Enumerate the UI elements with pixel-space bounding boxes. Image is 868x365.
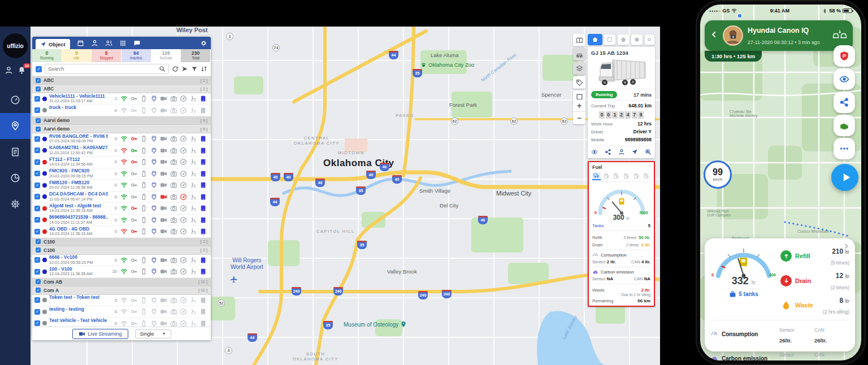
video-icon[interactable] bbox=[160, 181, 167, 189]
sidebar-item-dashboard[interactable] bbox=[0, 87, 31, 113]
ignition-key-icon[interactable] bbox=[131, 268, 138, 275]
video-icon[interactable] bbox=[160, 205, 167, 212]
connector-icon[interactable] bbox=[150, 147, 158, 154]
vehicle-row[interactable]: Test Vehicle - Test Vehicle- 0 bbox=[32, 318, 211, 327]
battery-icon[interactable] bbox=[140, 107, 147, 114]
grid-tab-icon[interactable] bbox=[119, 40, 127, 47]
battery-icon[interactable] bbox=[140, 308, 147, 315]
vehicle-row[interactable]: Token test - Token test- 0 bbox=[32, 295, 211, 307]
vehicle-row[interactable]: FMC920 - FMC92020-02-2024 06:06:15 PM 0 bbox=[32, 168, 211, 180]
send-icon[interactable] bbox=[181, 66, 188, 72]
tablet-icon[interactable] bbox=[199, 257, 207, 264]
ignition-key-icon[interactable] bbox=[131, 308, 138, 315]
video-icon[interactable] bbox=[160, 193, 167, 201]
connector-icon[interactable] bbox=[150, 320, 158, 327]
ignition-key-icon[interactable] bbox=[131, 147, 138, 154]
vehicle-checkbox[interactable] bbox=[34, 182, 40, 188]
speedometer-icon[interactable] bbox=[180, 308, 187, 315]
vehicle-checkbox[interactable] bbox=[34, 320, 40, 326]
refresh-icon[interactable] bbox=[172, 66, 179, 72]
video-icon[interactable] bbox=[160, 268, 167, 275]
camera-icon[interactable] bbox=[170, 297, 177, 304]
label-button[interactable] bbox=[573, 76, 585, 89]
vehicle-row[interactable]: FMB120 - FMB12020-02-2024 11:35:58 AM 0 bbox=[32, 180, 211, 192]
camera-icon[interactable] bbox=[170, 95, 177, 102]
passenger-tab-icon[interactable] bbox=[105, 40, 112, 47]
vehicle-row[interactable]: FT112 - FT11214-03-2024 11:34:56 AM 0 bbox=[32, 157, 211, 168]
tablet-icon[interactable] bbox=[199, 170, 207, 177]
battery-icon[interactable] bbox=[140, 95, 147, 102]
tablet-icon[interactable] bbox=[199, 95, 207, 102]
camera-icon[interactable] bbox=[170, 228, 177, 235]
connector-icon[interactable] bbox=[150, 135, 158, 142]
battery-icon[interactable] bbox=[140, 170, 147, 177]
collision-icon[interactable] bbox=[832, 29, 847, 42]
driver-tab-icon[interactable] bbox=[91, 40, 98, 47]
status-chip-total[interactable]: 230Total bbox=[181, 49, 211, 62]
tablet-icon[interactable] bbox=[199, 228, 207, 235]
connector-icon[interactable] bbox=[150, 257, 158, 264]
battery-icon[interactable] bbox=[140, 297, 147, 304]
mode-select[interactable]: Single▼ bbox=[135, 329, 171, 338]
wifi-icon[interactable] bbox=[120, 181, 128, 189]
speedometer-icon[interactable] bbox=[180, 170, 187, 177]
wifi-icon[interactable] bbox=[120, 308, 128, 315]
seat-icon[interactable] bbox=[190, 216, 197, 224]
seat-icon[interactable] bbox=[190, 147, 197, 154]
fuel-bottom-sheet[interactable]: 0400 332 ltr 5 tanks Refill 210 ltr(5 ti… bbox=[705, 238, 855, 351]
visibility-button[interactable] bbox=[834, 68, 855, 90]
camera-icon[interactable] bbox=[170, 147, 177, 154]
battery-icon[interactable] bbox=[140, 257, 147, 264]
tablet-icon[interactable] bbox=[199, 297, 207, 304]
vehicle-row[interactable]: 6666 - Vc10012-01-2024 05:56:23 PM 0 bbox=[32, 255, 211, 267]
group-checkbox[interactable] bbox=[36, 86, 41, 92]
seat-icon[interactable] bbox=[190, 205, 197, 212]
video-icon[interactable] bbox=[160, 216, 167, 224]
ignition-key-icon[interactable] bbox=[131, 135, 138, 142]
ignition-key-icon[interactable] bbox=[131, 170, 138, 177]
sidebar-item-tracking[interactable] bbox=[0, 113, 31, 139]
group-row[interactable]: Com AB [ 11 ] bbox=[32, 278, 211, 286]
speedometer-icon[interactable] bbox=[180, 181, 187, 189]
camera-icon[interactable] bbox=[170, 158, 177, 166]
camera-icon[interactable] bbox=[170, 205, 177, 212]
speedometer-icon[interactable] bbox=[180, 95, 187, 102]
tablet-icon[interactable] bbox=[199, 216, 207, 224]
speedometer-icon[interactable] bbox=[180, 193, 187, 201]
camera-icon[interactable] bbox=[170, 193, 177, 201]
speedometer-icon[interactable] bbox=[180, 107, 187, 114]
vehicle-checkbox[interactable] bbox=[34, 136, 40, 142]
detail-tab-circle[interactable] bbox=[631, 34, 643, 45]
connector-icon[interactable] bbox=[150, 158, 158, 166]
sidebar-item-analytics[interactable] bbox=[0, 165, 31, 191]
search-input[interactable] bbox=[48, 66, 157, 72]
vehicle-row[interactable]: testing - testing- 0 bbox=[32, 306, 211, 318]
engine-button[interactable] bbox=[834, 115, 855, 136]
ignition-key-icon[interactable] bbox=[131, 107, 138, 114]
camera-icon[interactable] bbox=[170, 268, 177, 275]
sidebar-item-reports[interactable] bbox=[0, 139, 31, 165]
fuel-tab-vehicle[interactable] bbox=[592, 172, 601, 180]
driver-icon[interactable] bbox=[618, 149, 625, 155]
ignition-key-icon[interactable] bbox=[131, 320, 138, 327]
wifi-icon[interactable] bbox=[120, 297, 128, 304]
tablet-icon[interactable] bbox=[199, 181, 207, 189]
wifi-icon[interactable] bbox=[120, 216, 128, 224]
group-checkbox[interactable] bbox=[36, 127, 41, 132]
wifi-icon[interactable] bbox=[120, 320, 128, 327]
status-chip-running[interactable]: 0Running bbox=[32, 49, 62, 62]
video-icon[interactable] bbox=[160, 95, 167, 102]
ignition-key-icon[interactable] bbox=[131, 193, 138, 201]
vehicle-checkbox[interactable] bbox=[34, 159, 40, 165]
vehicle-checkbox[interactable] bbox=[34, 206, 40, 211]
connector-icon[interactable] bbox=[150, 268, 158, 275]
layers-button[interactable] bbox=[573, 62, 585, 75]
wifi-icon[interactable] bbox=[120, 95, 128, 102]
wifi-icon[interactable] bbox=[120, 158, 128, 166]
video-icon[interactable] bbox=[160, 228, 167, 235]
ignition-key-icon[interactable] bbox=[131, 216, 138, 224]
group-checkbox[interactable] bbox=[36, 78, 41, 83]
vehicle-row[interactable]: AlgoM test - AlgoM test14-03-2024 11:35:… bbox=[32, 203, 211, 215]
ignition-key-icon[interactable] bbox=[131, 181, 138, 189]
seat-icon[interactable] bbox=[190, 158, 197, 166]
